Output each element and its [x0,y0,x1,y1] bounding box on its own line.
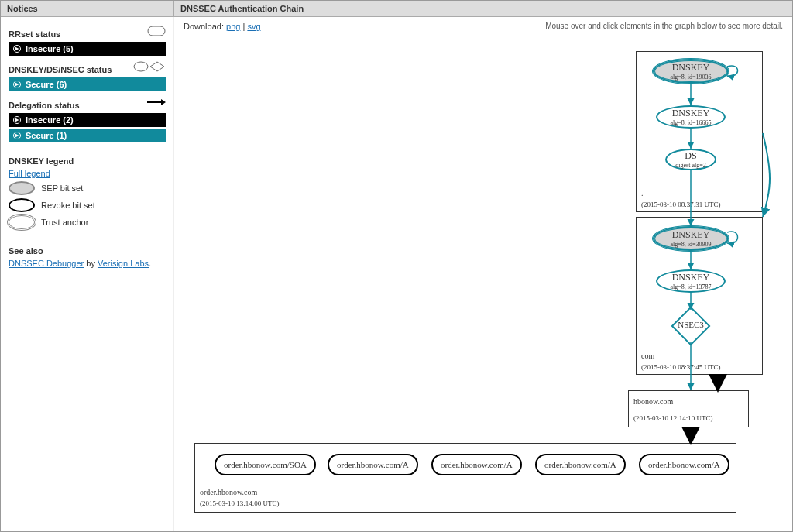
expand-icon: ▸ [13,116,21,124]
com-zsk-label: DNSKEY [672,272,710,283]
rrset-insecure-label: Insecure (5) [26,44,74,53]
legend-trust-label: Trust anchor [41,218,88,227]
seealso-dot: . [149,259,151,268]
download-svg-link[interactable]: svg [247,22,260,31]
expand-icon: ▸ [13,45,21,53]
rrset-a2[interactable]: order.hbonow.com/A [431,454,522,475]
root-zsk-node[interactable]: DNSKEY alg=8, id=16665 [656,105,726,129]
main-panel: Download: png | svg Mouse over and click… [174,17,792,531]
seealso-line: DNSSEC Debugger by Verisign Labs. [9,259,166,268]
download-png-link[interactable]: png [226,22,240,31]
rrset-status-title: RRset status [9,29,60,39]
root-ds-node[interactable]: DS digest alg=2 [665,149,716,170]
page-frame: Notices DNSSEC Authentication Chain RRse… [0,0,793,532]
zone-hbonow-ts: (2015-03-10 12:14:10 UTC) [633,414,713,422]
com-ksk-label: DNSKEY [672,229,710,241]
delegation-secure-bar[interactable]: ▸ Secure (1) [9,129,166,142]
zone-order-ts: (2015-03-10 13:14:00 UTC) [200,499,280,507]
rrset-status-header: RRset status [9,22,166,42]
full-legend-link[interactable]: Full legend [9,169,50,178]
zone-hbonow-label: hbonow.com [633,397,673,406]
svg-rect-0 [148,26,165,36]
com-nsec3-node[interactable]: NSEC3 [671,307,710,345]
zone-com-label: com [641,352,654,360]
dnskey-secure-bar[interactable]: ▸ Secure (6) [9,77,166,91]
legend-revoke: Revoke bit set [9,198,166,212]
zone-root-ts: (2015-03-10 08:37:31 UTC) [641,201,721,208]
download-label: Download: [184,22,224,31]
com-ksk-node[interactable]: DNSKEY alg=8, id=30909 [653,226,729,251]
rrset-insecure-bar[interactable]: ▸ Insecure (5) [9,42,166,56]
com-zsk-sub: alg=8, id=13787 [670,283,711,290]
zone-order-label: order.hbonow.com [200,488,257,496]
dnskey-secure-label: Secure (6) [26,80,67,89]
root-ksk-node[interactable]: DNSKEY alg=8, id=19036 [653,59,729,84]
body: RRset status ▸ Insecure (5) DNSKEY/DS/NS… [1,17,792,531]
arrow-icon [147,98,166,108]
legend-sep: SEP bit set [9,181,166,195]
root-zsk-label: DNSKEY [672,108,710,119]
delegation-insecure-bar[interactable]: ▸ Insecure (2) [9,113,166,127]
root-ds-label: DS [685,150,696,162]
com-ksk-sub: alg=8, id=30909 [670,241,711,248]
rrset-soa[interactable]: order.hbonow.com/SOA [215,454,316,475]
root-ds-sub: digest alg=2 [675,162,705,169]
expand-icon: ▸ [13,81,21,88]
dnssec-debugger-link[interactable]: DNSSEC Debugger [9,259,84,268]
legend-sep-label: SEP bit set [41,184,83,193]
rrset-a3[interactable]: order.hbonow.com/A [535,454,626,475]
rrset-a1[interactable]: order.hbonow.com/A [328,454,418,475]
revoke-ellipse-icon [9,198,35,212]
sep-ellipse-icon [9,181,35,195]
root-ksk-sub: alg=8, id=19036 [670,74,711,81]
zone-root-label: . [641,189,644,197]
graph-area[interactable]: . (2015-03-10 08:37:31 UTC) DNSKEY alg=8… [184,33,783,522]
sidebar: RRset status ▸ Insecure (5) DNSKEY/DS/NS… [1,17,174,531]
legend-trust: Trust anchor [9,215,166,229]
expand-icon: ▸ [13,132,21,139]
dnskey-status-header: DNSKEY/DS/NSEC status [9,57,166,77]
rrset-a4[interactable]: order.hbonow.com/A [639,454,729,475]
root-zsk-sub: alg=8, id=16665 [670,119,711,126]
svg-point-1 [134,62,148,71]
dnskey-shape-icon [133,61,166,74]
delegation-insecure-label: Insecure (2) [26,115,74,125]
header-title: DNSSEC Authentication Chain [174,1,792,16]
com-zsk-node[interactable]: DNSKEY alg=8, id=13787 [656,269,726,293]
delegation-status-title: Delegation status [9,101,80,110]
zone-com-ts: (2015-03-10 08:37:45 UTC) [641,363,721,371]
verisign-link[interactable]: Verisign Labs [98,259,149,268]
delegation-status-header: Delegation status [9,93,166,113]
header-notices: Notices [1,1,174,16]
rrset-shape-icon [147,26,166,38]
legend-revoke-label: Revoke bit set [41,201,95,210]
seealso-by: by [84,259,98,268]
download-sep: | [242,22,245,31]
trust-ellipse-icon [9,215,35,229]
header: Notices DNSSEC Authentication Chain [1,1,792,17]
hover-hint: Mouse over and click elements in the gra… [545,22,783,30]
delegation-secure-label: Secure (1) [26,131,67,140]
com-nsec3-label: NSEC3 [671,320,710,329]
zone-hbonow-box[interactable]: hbonow.com (2015-03-10 12:14:10 UTC) [628,390,749,427]
seealso-title: See also [9,246,166,256]
root-ksk-label: DNSKEY [672,62,710,74]
dnskey-status-title: DNSKEY/DS/NSEC status [9,65,112,74]
legend-title: DNSKEY legend [9,156,166,166]
